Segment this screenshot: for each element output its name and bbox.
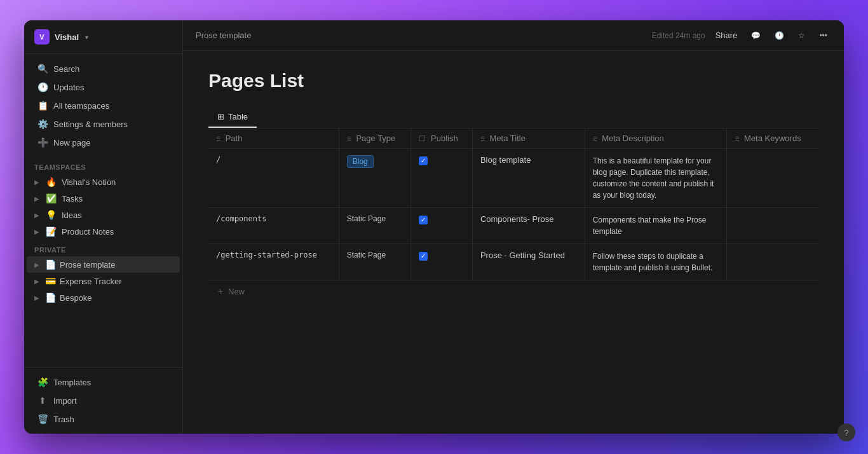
more-options-button[interactable]: ••• [815,29,831,43]
table-icon: ⊞ [217,112,224,121]
favorite-button[interactable]: ☆ [794,29,809,43]
cell-page-type[interactable]: Static Page [339,208,411,244]
sidebar-item-all-teamspaces[interactable]: 📋 All teamspaces [27,97,180,114]
new-row-label: New [228,287,245,296]
sidebar-item-label: Vishal's Notion [62,177,116,187]
cell-meta-description[interactable]: This is a beautiful template for your bl… [585,149,727,208]
workspace-avatar: V [34,29,50,45]
private-list: ▶ 📄 Prose template ▶ 💳 Expense Tracker ▶… [24,256,182,306]
sidebar-item-label: Search [53,64,79,74]
plus-icon: ＋ [216,285,224,297]
doc-icon: 📄 [44,292,56,303]
cell-publish[interactable]: ✓ [411,244,473,280]
tabs-bar: ⊞ Table [208,107,818,128]
new-row-button[interactable]: ＋ New [208,280,818,302]
updates-icon: 🕐 [37,82,48,92]
expand-arrow-icon: ▶ [34,228,39,235]
sidebar-item-import[interactable]: ⬆ Import [27,392,180,409]
sidebar-item-updates[interactable]: 🕐 Updates [27,78,180,96]
sidebar-item-visuals-notion[interactable]: ▶ 🔥 Vishal's Notion [24,174,182,190]
col-header-meta-title: ≡ Meta Title [472,128,585,149]
cell-meta-title[interactable]: Components- Prose [472,208,585,244]
sidebar-item-tasks[interactable]: ▶ ✅ Tasks [24,190,182,207]
workspace-header[interactable]: V Vishal ▾ [24,20,182,54]
cell-meta-keywords[interactable] [727,244,818,280]
templates-icon: 🧩 [37,377,48,387]
table-container: ≡ Path ≡ Page Type ☐ Publish [208,128,818,302]
sidebar-item-templates[interactable]: 🧩 Templates [27,373,180,391]
share-button[interactable]: Share [712,28,742,43]
sidebar-item-settings[interactable]: ⚙️ Settings & members [27,115,180,133]
help-button[interactable]: ? [837,423,855,441]
chevron-down-icon: ▾ [85,34,88,41]
sidebar-item-new-page[interactable]: ➕ New page [27,134,180,151]
cell-meta-keywords[interactable] [727,208,818,244]
sidebar-item-expense-tracker[interactable]: ▶ 💳 Expense Tracker [24,273,182,289]
expand-arrow-icon: ▶ [34,278,39,285]
expand-arrow-icon: ▶ [34,294,39,301]
workspace-name: Vishal [55,32,79,42]
main-content: Prose template Edited 24m ago Share 💬 🕐 … [183,20,844,434]
breadcrumb: Prose template [196,31,251,40]
topbar-actions: Edited 24m ago Share 💬 🕐 ☆ ••• [652,28,831,43]
history-button[interactable]: 🕐 [771,29,788,43]
topbar: Prose template Edited 24m ago Share 💬 🕐 … [183,20,844,51]
cell-path[interactable]: /getting-started-prose [208,244,339,280]
cell-path[interactable]: / [208,149,339,208]
cell-meta-title[interactable]: Prose - Getting Started [472,244,585,280]
cell-page-type[interactable]: Blog [339,149,411,208]
cell-meta-description[interactable]: Follow these steps to duplicate a templa… [585,244,727,280]
cell-meta-title[interactable]: Blog template [472,149,585,208]
sidebar-item-label: Tasks [62,194,83,203]
sidebar-item-label: Bespoke [60,293,92,303]
page-title: Pages List [208,70,818,92]
table-row: /Blog✓Blog templateThis is a beautiful t… [208,149,818,208]
content-area: Pages List ⊞ Table ≡ Path [183,51,844,434]
tab-label: Table [228,112,248,121]
col-icon-page-type: ≡ [347,134,351,143]
sidebar-item-bespoke[interactable]: ▶ 📄 Bespoke [24,289,182,306]
sidebar-item-ideas[interactable]: ▶ 💡 Ideas [24,207,182,223]
cell-page-type[interactable]: Static Page [339,244,411,280]
search-icon: 🔍 [37,64,48,74]
sidebar-item-product-notes[interactable]: ▶ 📝 Product Notes [24,223,182,240]
cell-path[interactable]: /components [208,208,339,244]
pages-table: ≡ Path ≡ Page Type ☐ Publish [208,128,818,280]
teamspaces-list: ▶ 🔥 Vishal's Notion ▶ ✅ Tasks ▶ 💡 Ideas … [24,174,182,240]
cell-publish[interactable]: ✓ [411,149,473,208]
col-header-meta-keywords: ≡ Meta Keywords [727,128,818,149]
table-row: /componentsStatic Page✓Components- Prose… [208,208,818,244]
plus-icon: ➕ [37,137,48,148]
sidebar-item-prose-template[interactable]: ▶ 📄 Prose template [27,256,180,273]
cell-publish[interactable]: ✓ [411,208,473,244]
col-header-meta-description: ≡ Meta Description [585,128,727,149]
sidebar-nav: 🔍 Search 🕐 Updates 📋 All teamspaces ⚙️ S… [24,54,182,157]
app-window: V Vishal ▾ 🔍 Search 🕐 Updates 📋 All team… [24,20,844,434]
tab-table[interactable]: ⊞ Table [208,107,257,128]
ideas-emoji: 💡 [46,210,57,220]
sidebar-item-label: Trash [53,415,74,424]
cell-meta-description[interactable]: Components that make the Prose template [585,208,727,244]
cell-meta-keywords[interactable] [727,149,818,208]
sidebar-item-label: New page [53,138,91,148]
col-header-publish: ☐ Publish [411,128,473,149]
sidebar-item-label: Settings & members [53,120,128,129]
sidebar-item-trash[interactable]: 🗑️ Trash [27,410,180,428]
col-header-path: ≡ Path [208,128,339,149]
comments-button[interactable]: 💬 [747,29,764,43]
import-icon: ⬆ [37,396,48,406]
table-row: /getting-started-proseStatic Page✓Prose … [208,244,818,280]
sidebar-item-label: Expense Tracker [60,277,122,286]
sidebar-item-label: Ideas [62,210,82,220]
edited-timestamp: Edited 24m ago [652,31,705,40]
teamspaces-section-label: Teamspaces [24,157,182,174]
table-header-row: ≡ Path ≡ Page Type ☐ Publish [208,128,818,149]
sidebar-item-search[interactable]: 🔍 Search [27,60,180,78]
sidebar-item-label: All teamspaces [53,101,109,111]
sidebar-item-label: Import [53,396,77,406]
private-section-label: Private [24,240,182,256]
col-icon-publish: ☐ [419,134,426,143]
sidebar-item-label: Templates [53,378,91,387]
expand-arrow-icon: ▶ [34,195,39,202]
expand-arrow-icon: ▶ [34,179,39,186]
